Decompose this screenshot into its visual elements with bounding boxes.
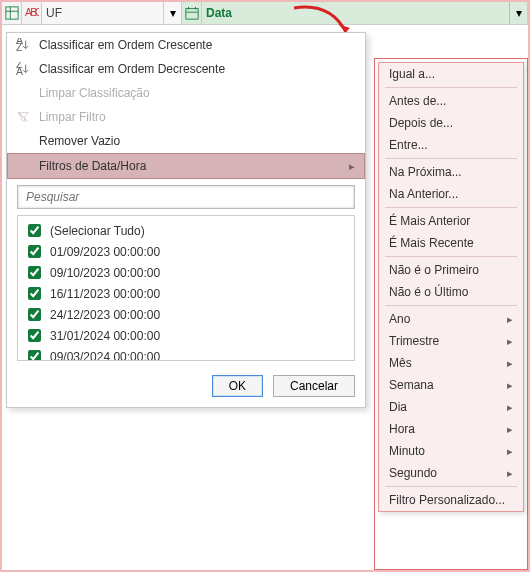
svg-rect-0 (5, 7, 17, 19)
column-data-dropdown[interactable]: ▾ (509, 2, 527, 24)
sort-asc-icon: AZ (15, 37, 31, 53)
submenu-item-label: É Mais Anterior (389, 214, 513, 228)
menu-sort-desc[interactable]: ZA Classificar em Ordem Decrescente (7, 57, 365, 81)
list-item[interactable]: 24/12/2023 00:00:00 (24, 304, 348, 325)
submenu-item[interactable]: Depois de... (379, 112, 523, 134)
submenu-item[interactable]: Não é o Último (379, 281, 523, 303)
select-all-row[interactable]: (Selecionar Tudo) (24, 220, 348, 241)
menu-remove-empty[interactable]: Remover Vazio (7, 129, 365, 153)
menu-sort-asc[interactable]: AZ Classificar em Ordem Crescente (7, 33, 365, 57)
blank-icon (15, 85, 31, 101)
list-item-label: 09/10/2023 00:00:00 (50, 266, 160, 280)
list-item[interactable]: 09/03/2024 00:00:00 (24, 346, 348, 361)
list-item-checkbox[interactable] (28, 266, 41, 279)
submenu-item-label: Dia (389, 400, 507, 414)
submenu-item[interactable]: Ano▸ (379, 308, 523, 330)
submenu-separator (385, 305, 517, 306)
submenu-item-label: É Mais Recente (389, 236, 513, 250)
submenu-item[interactable]: Na Próxima... (379, 161, 523, 183)
list-item-checkbox[interactable] (28, 287, 41, 300)
submenu-item-label: Filtro Personalizado... (389, 493, 513, 507)
submenu-item-label: Na Próxima... (389, 165, 513, 179)
table-icon[interactable] (2, 2, 22, 24)
cancel-button[interactable]: Cancelar (273, 375, 355, 397)
svg-text:A: A (16, 65, 23, 76)
submenu-item-label: Não é o Primeiro (389, 263, 513, 277)
submenu-separator (385, 158, 517, 159)
submenu-item-label: Não é o Último (389, 285, 513, 299)
list-item[interactable]: 01/09/2023 00:00:00 (24, 241, 348, 262)
submenu-item-label: Semana (389, 378, 507, 392)
chevron-right-icon: ▸ (507, 313, 513, 326)
values-list[interactable]: (Selecionar Tudo) 01/09/2023 00:00:0009/… (17, 215, 355, 361)
list-item-checkbox[interactable] (28, 245, 41, 258)
submenu-item-label: Depois de... (389, 116, 513, 130)
search-box[interactable] (17, 185, 355, 209)
list-item-label: 24/12/2023 00:00:00 (50, 308, 160, 322)
submenu-item[interactable]: É Mais Recente (379, 232, 523, 254)
chevron-right-icon: ▸ (507, 379, 513, 392)
list-item[interactable]: 16/11/2023 00:00:00 (24, 283, 348, 304)
menu-remove-empty-label: Remover Vazio (39, 134, 355, 148)
menu-clear-sort: Limpar Classificação (7, 81, 365, 105)
submenu-item-label: Segundo (389, 466, 507, 480)
submenu-item[interactable]: Dia▸ (379, 396, 523, 418)
submenu-item-label: Entre... (389, 138, 513, 152)
list-item-checkbox[interactable] (28, 350, 41, 361)
chevron-right-icon: ▸ (507, 467, 513, 480)
submenu-item[interactable]: Trimestre▸ (379, 330, 523, 352)
submenu-item[interactable]: É Mais Anterior (379, 210, 523, 232)
svg-rect-6 (185, 9, 197, 20)
panel-buttons: OK Cancelar (7, 367, 365, 407)
submenu-item-label: Minuto (389, 444, 507, 458)
menu-clear-filter-label: Limpar Filtro (39, 110, 355, 124)
submenu-item[interactable]: Antes de... (379, 90, 523, 112)
submenu-item-label: Ano (389, 312, 507, 326)
chevron-right-icon: ▸ (507, 401, 513, 414)
chevron-right-icon: ▸ (507, 335, 513, 348)
list-item-label: 31/01/2024 00:00:00 (50, 329, 160, 343)
submenu-separator (385, 256, 517, 257)
svg-text:Z: Z (16, 41, 23, 52)
search-input[interactable] (24, 189, 348, 205)
submenu-item[interactable]: Segundo▸ (379, 462, 523, 484)
chevron-right-icon: ▸ (507, 445, 513, 458)
list-item-checkbox[interactable] (28, 308, 41, 321)
menu-clear-sort-label: Limpar Classificação (39, 86, 355, 100)
menu-sort-desc-label: Classificar em Ordem Decrescente (39, 62, 355, 76)
menu-datetime-filters[interactable]: Filtros de Data/Hora ▸ (7, 153, 365, 179)
submenu-item[interactable]: Mês▸ (379, 352, 523, 374)
chevron-right-icon: ▸ (507, 423, 513, 436)
submenu-item[interactable]: Entre... (379, 134, 523, 156)
chevron-right-icon: ▸ (349, 160, 355, 173)
abc-type-icon: ABC (22, 2, 42, 24)
blank-icon (15, 158, 31, 174)
submenu-item[interactable]: Hora▸ (379, 418, 523, 440)
column-data-label: Data (202, 6, 509, 20)
datetime-submenu: Igual a...Antes de...Depois de...Entre..… (378, 62, 524, 512)
submenu-item[interactable]: Não é o Primeiro (379, 259, 523, 281)
submenu-separator (385, 87, 517, 88)
select-all-checkbox[interactable] (28, 224, 41, 237)
list-item-label: 16/11/2023 00:00:00 (50, 287, 160, 301)
list-item-checkbox[interactable] (28, 329, 41, 342)
submenu-item[interactable]: Na Anterior... (379, 183, 523, 205)
submenu-item-label: Trimestre (389, 334, 507, 348)
submenu-item[interactable]: Minuto▸ (379, 440, 523, 462)
list-item-label: 01/09/2023 00:00:00 (50, 245, 160, 259)
column-data[interactable]: Data ▾ (182, 2, 528, 24)
svg-text:C: C (34, 6, 38, 18)
list-item[interactable]: 31/01/2024 00:00:00 (24, 325, 348, 346)
submenu-item[interactable]: Semana▸ (379, 374, 523, 396)
submenu-item[interactable]: Igual a... (379, 63, 523, 85)
column-uf-label: UF (42, 6, 163, 20)
list-item[interactable]: 09/10/2023 00:00:00 (24, 262, 348, 283)
column-uf-dropdown[interactable]: ▾ (163, 2, 181, 24)
ok-button[interactable]: OK (212, 375, 263, 397)
submenu-item[interactable]: Filtro Personalizado... (379, 489, 523, 511)
blank-icon (15, 133, 31, 149)
menu-clear-filter: Limpar Filtro (7, 105, 365, 129)
menu-sort-asc-label: Classificar em Ordem Crescente (39, 38, 355, 52)
submenu-item-label: Na Anterior... (389, 187, 513, 201)
column-uf[interactable]: ABC UF ▾ (22, 2, 182, 24)
